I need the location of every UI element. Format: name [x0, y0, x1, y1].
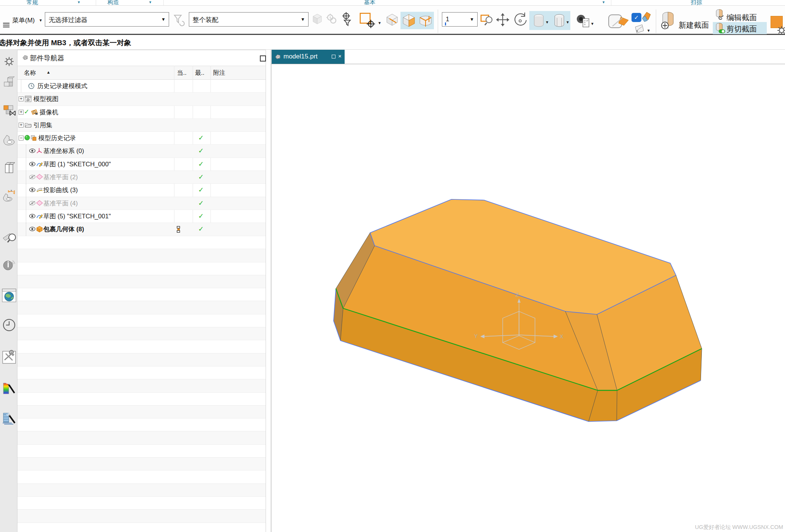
part-material-tab[interactable]: [2, 411, 16, 426]
web-browser-tab[interactable]: [2, 288, 16, 303]
selection-filter-combo[interactable]: 无选择过滤器 ▼: [45, 12, 169, 27]
ribbon-group-basic[interactable]: 基本: [364, 0, 375, 6]
tree-row-label[interactable]: 摄像机: [40, 108, 59, 117]
panel-maximize-button[interactable]: [260, 55, 266, 62]
work-layer-combo[interactable]: 1 ▼: [442, 12, 478, 27]
info-tab[interactable]: [2, 258, 16, 272]
tree-row-label[interactable]: 模型视图: [33, 95, 59, 103]
pan-icon[interactable]: [495, 12, 511, 28]
eye-icon[interactable]: [29, 226, 36, 233]
shaded-with-edges-button[interactable]: [400, 12, 417, 29]
navigator-column-header[interactable]: 名称 ▲ 当.. 最.. 附注: [17, 66, 266, 80]
zoom-window-icon[interactable]: [480, 13, 494, 27]
column-note[interactable]: 附注: [213, 69, 225, 77]
ribbon-group-sweep[interactable]: 扫掠: [691, 0, 702, 6]
chevron-down-icon[interactable]: ▼: [590, 22, 594, 26]
tree-row-cameras[interactable]: + ✓ 摄像机: [17, 106, 266, 119]
edit-section-icon[interactable]: [714, 9, 726, 20]
eye-off-icon[interactable]: [29, 200, 36, 207]
chevron-down-icon[interactable]: ▼: [602, 0, 605, 4]
expand-icon[interactable]: +: [19, 123, 24, 128]
new-section-button[interactable]: 新建截面: [679, 20, 709, 30]
chevron-down-icon[interactable]: ▼: [378, 21, 381, 25]
3d-model-canvas[interactable]: Z Y X UG爱好者论坛 WWW.UGSNX.COM: [271, 50, 785, 532]
tree-row-label[interactable]: 基准坐标系 (0): [43, 147, 84, 155]
timestamp-on-icon[interactable]: [24, 135, 30, 142]
edit-section-button[interactable]: 编辑截面: [726, 13, 757, 23]
column-current[interactable]: 当..: [177, 69, 187, 77]
expand-icon[interactable]: +: [19, 96, 24, 101]
snap-point-icon[interactable]: [340, 12, 355, 27]
tree-row-label[interactable]: 基准平面 (4): [43, 199, 78, 208]
tree-row-datum-plane-4[interactable]: 基准平面 (4) ✓: [17, 197, 266, 210]
part-navigator-tab[interactable]: [2, 133, 16, 147]
tree-row-model-history[interactable]: − 模型历史记录 ✓: [17, 132, 266, 145]
tree-row-reference-sets[interactable]: + 引用集: [17, 119, 266, 132]
eye-off-icon[interactable]: [29, 174, 36, 181]
chevron-down-icon[interactable]: ▼: [470, 17, 474, 22]
tree-row-label[interactable]: 基准平面 (2): [43, 173, 78, 182]
expand-icon[interactable]: +: [19, 110, 24, 115]
menu-button[interactable]: 菜单(M): [12, 16, 35, 25]
resource-settings-tab[interactable]: [2, 54, 16, 69]
chevron-down-icon[interactable]: ▼: [545, 20, 549, 24]
clip-section-button[interactable]: 剪切截面: [726, 24, 757, 34]
tree-row-label[interactable]: 模型历史记录: [38, 134, 76, 142]
tree-row-sketch-001[interactable]: 草图 (5) "SKETCH_001" ✓: [17, 210, 266, 223]
part-navigator-titlebar[interactable]: 部件导航器: [17, 50, 266, 66]
ribbon-group-general[interactable]: 常规: [27, 0, 38, 6]
tree-row-label[interactable]: 包裹几何体 (8): [43, 225, 84, 234]
static-wireframe-button[interactable]: [417, 12, 434, 29]
chevron-down-icon[interactable]: ▼: [39, 18, 43, 22]
assembly-navigator-tab[interactable]: [2, 76, 16, 90]
clip-section-icon[interactable]: [714, 22, 726, 34]
tree-row-wrap-geometry[interactable]: 包裹几何体 (8) ✓: [17, 223, 266, 236]
eye-icon[interactable]: [29, 161, 36, 168]
rotate-icon[interactable]: [512, 12, 528, 28]
ribbon-group-construct[interactable]: 构造: [108, 0, 119, 6]
chevron-down-icon[interactable]: ▼: [301, 17, 305, 22]
check-icon[interactable]: ✓: [24, 108, 29, 116]
visual-reports-tab[interactable]: [2, 381, 16, 395]
column-latest[interactable]: 最..: [195, 69, 204, 77]
selection-scope-combo[interactable]: 整个装配 ▼: [189, 12, 309, 27]
rectangle-select-icon[interactable]: [359, 12, 376, 28]
hd3d-tools-tab[interactable]: x: [2, 189, 16, 203]
new-section-icon[interactable]: [660, 12, 677, 30]
spotlight-search-tab[interactable]: [2, 231, 16, 246]
show-only-icon[interactable]: [311, 13, 324, 25]
tree-row-history-mode[interactable]: 历史记录建模模式: [17, 80, 266, 93]
clip-section-display-icon[interactable]: [607, 13, 631, 31]
shaded-style-button[interactable]: ▼: [529, 11, 550, 30]
constraint-navigator-tab[interactable]: [2, 102, 16, 117]
history-palette-tab[interactable]: [2, 318, 16, 332]
eye-icon[interactable]: [29, 187, 36, 194]
gear-icon[interactable]: [777, 25, 785, 35]
filter-reset-icon[interactable]: [172, 13, 186, 27]
chevron-down-icon[interactable]: ▼: [161, 17, 166, 22]
eye-icon[interactable]: [29, 148, 36, 155]
tree-row-label[interactable]: 历史记录建模模式: [37, 82, 87, 90]
chevron-down-icon[interactable]: ▼: [77, 0, 81, 4]
collapse-icon[interactable]: −: [19, 136, 24, 140]
chevron-down-icon[interactable]: ▼: [149, 0, 152, 4]
tree-row-sketch-000[interactable]: 草图 (1) "SKETCH_000" ✓: [17, 158, 266, 171]
tools-palette-tab[interactable]: [2, 350, 16, 364]
tree-row-datum-plane-2[interactable]: 基准平面 (2) ✓: [17, 171, 266, 184]
tree-row-label[interactable]: 引用集: [33, 121, 52, 129]
interpart-link-icon[interactable]: [325, 13, 338, 25]
wireframe-style-button[interactable]: ▼: [550, 11, 570, 30]
tree-row-projected-curve[interactable]: 投影曲线 (3) ✓: [17, 184, 266, 197]
chevron-down-icon[interactable]: ▼: [566, 20, 570, 24]
graphics-window[interactable]: model15.prt ×: [271, 50, 785, 532]
visibility-options-button[interactable]: ▼: [571, 12, 594, 30]
section-enabled-checkbox[interactable]: ✓: [631, 13, 641, 22]
tree-row-model-views[interactable]: + 模型视图: [17, 93, 266, 106]
column-name[interactable]: 名称: [24, 69, 36, 77]
menu-icon[interactable]: [3, 23, 9, 24]
tree-row-datum-csys[interactable]: 基准坐标系 (0) ✓: [17, 145, 266, 158]
tree-row-label[interactable]: 投影曲线 (3): [43, 186, 78, 194]
eye-icon[interactable]: [29, 213, 36, 220]
sort-ascending-icon[interactable]: ▲: [46, 70, 51, 74]
tree-row-label[interactable]: 草图 (5) "SKETCH_001": [43, 212, 111, 221]
